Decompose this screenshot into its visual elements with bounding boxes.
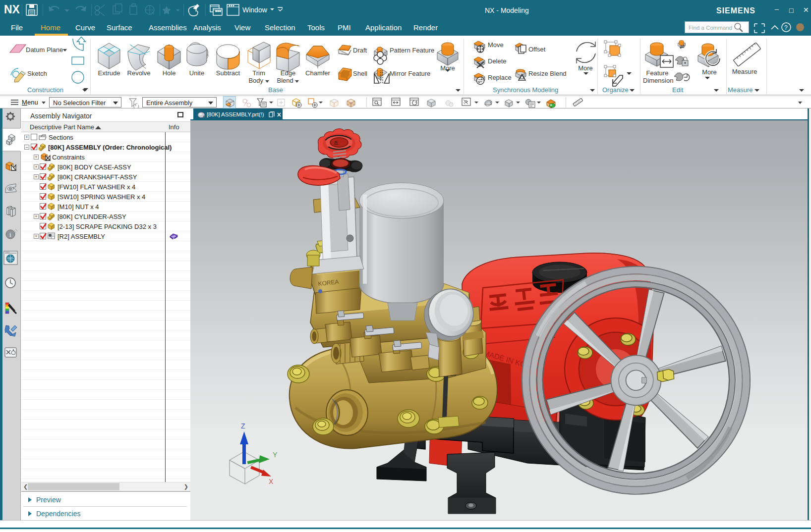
svg-text:Y: Y bbox=[273, 451, 278, 459]
svg-text:?: ? bbox=[784, 24, 788, 31]
svg-text:i: i bbox=[9, 231, 11, 238]
svg-text:Z: Z bbox=[241, 422, 245, 430]
svg-text:Edit: Edit bbox=[672, 86, 684, 94]
svg-text:Synchronous Modeling: Synchronous Modeling bbox=[493, 86, 558, 94]
svg-text:Window: Window bbox=[242, 6, 268, 14]
svg-text:초: 초 bbox=[333, 140, 339, 146]
svg-text:X: X bbox=[269, 478, 274, 485]
svg-text:Base: Base bbox=[268, 86, 283, 94]
svg-text:Measure: Measure bbox=[728, 86, 753, 94]
svg-text:Organize: Organize bbox=[602, 86, 629, 94]
svg-text:Construction: Construction bbox=[27, 86, 63, 94]
